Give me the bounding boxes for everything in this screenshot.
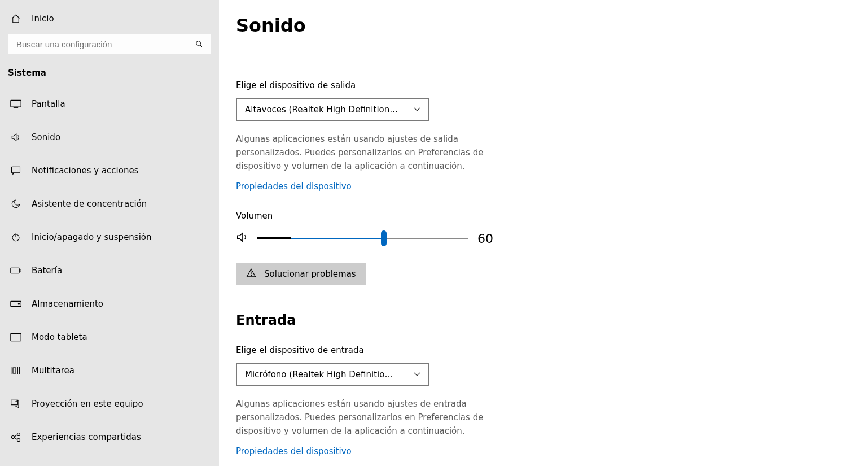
input-section-label: Elige el dispositivo de entrada — [236, 345, 868, 355]
svg-point-24 — [251, 275, 252, 276]
project-icon — [10, 399, 21, 409]
svg-rect-14 — [13, 368, 16, 373]
sidebar-item-multitarea[interactable]: Multitarea — [0, 354, 219, 387]
troubleshoot-button[interactable]: Solucionar problemas — [236, 263, 366, 285]
svg-rect-4 — [12, 167, 20, 173]
svg-line-21 — [15, 434, 17, 436]
chevron-down-icon — [413, 369, 421, 380]
sidebar-item-proyeccion[interactable]: Proyección en este equipo — [0, 387, 219, 420]
sidebar-item-bateria[interactable]: Batería — [0, 254, 219, 287]
volume-row: 60 — [236, 231, 868, 246]
sidebar-item-label: Almacenamiento — [32, 299, 103, 309]
sound-icon — [10, 132, 21, 142]
volume-slider[interactable] — [257, 232, 468, 245]
sidebar-item-sonido[interactable]: Sonido — [0, 120, 219, 154]
troubleshoot-label: Solucionar problemas — [264, 269, 356, 279]
home-icon — [10, 14, 21, 24]
sidebar-item-experiencias[interactable]: Experiencias compartidas — [0, 420, 219, 454]
svg-point-20 — [17, 438, 20, 441]
output-section-label: Elige el dispositivo de salida — [236, 80, 868, 90]
sidebar-item-label: Batería — [32, 265, 62, 276]
slider-thumb[interactable] — [381, 230, 387, 246]
volume-value: 60 — [477, 232, 493, 246]
input-heading: Entrada — [236, 312, 868, 328]
sidebar-item-label: Inicio/apagado y suspensión — [32, 232, 152, 242]
svg-point-0 — [196, 41, 201, 46]
main-content: Sonido Elige el dispositivo de salida Al… — [219, 0, 868, 466]
svg-line-1 — [200, 45, 203, 47]
input-device-dropdown[interactable]: Micrófono (Realtek High Definitio… — [236, 363, 429, 386]
tablet-icon — [10, 333, 21, 342]
multitask-icon — [10, 365, 21, 376]
sidebar-item-label: Modo tableta — [32, 332, 87, 342]
output-description: Algunas aplicaciones están usando ajuste… — [236, 132, 501, 173]
search-container — [0, 29, 219, 61]
notifications-icon — [10, 166, 21, 176]
sidebar-item-label: Multitarea — [32, 365, 74, 376]
sidebar-item-label: Experiencias compartidas — [32, 432, 141, 442]
shared-icon — [10, 432, 21, 442]
sidebar-item-pantalla[interactable]: Pantalla — [0, 87, 219, 120]
moon-icon — [10, 199, 21, 209]
page-title: Sonido — [236, 15, 868, 36]
search-input[interactable] — [16, 40, 194, 49]
sidebar-item-modo-tableta[interactable]: Modo tableta — [0, 320, 219, 354]
sidebar-item-inicio-apagado[interactable]: Inicio/apagado y suspensión — [0, 220, 219, 254]
sidebar-item-label: Notificaciones y acciones — [32, 166, 138, 176]
display-icon — [10, 99, 21, 108]
sidebar-item-label: Asistente de concentración — [32, 199, 147, 209]
input-description: Algunas aplicaciones están usando ajuste… — [236, 397, 501, 438]
input-device-properties-link[interactable]: Propiedades del dispositivo — [236, 446, 352, 456]
sidebar-item-notificaciones[interactable]: Notificaciones y acciones — [0, 154, 219, 187]
sidebar-item-almacenamiento[interactable]: Almacenamiento — [0, 287, 219, 320]
slider-low — [257, 237, 291, 239]
search-input-wrap[interactable] — [8, 34, 211, 54]
output-device-properties-link[interactable]: Propiedades del dispositivo — [236, 181, 352, 191]
svg-point-18 — [12, 435, 15, 438]
sidebar-nav: Pantalla Sonido Notificaciones y accione… — [0, 87, 219, 454]
storage-icon — [10, 300, 21, 307]
speaker-icon — [236, 231, 248, 246]
svg-rect-2 — [11, 100, 21, 107]
sidebar-item-label: Proyección en este equipo — [32, 399, 143, 409]
warning-icon — [246, 268, 256, 280]
sidebar-item-label: Sonido — [32, 132, 60, 142]
output-device-value: Altavoces (Realtek High Definition… — [245, 104, 398, 115]
battery-icon — [10, 267, 21, 275]
nav-home[interactable]: Inicio — [0, 8, 219, 29]
svg-point-19 — [17, 433, 20, 435]
nav-home-label: Inicio — [32, 14, 54, 24]
svg-rect-8 — [20, 269, 21, 272]
input-device-value: Micrófono (Realtek High Definitio… — [245, 369, 393, 380]
svg-rect-11 — [11, 333, 21, 341]
chevron-down-icon — [413, 104, 421, 115]
sidebar-item-concentracion[interactable]: Asistente de concentración — [0, 187, 219, 220]
svg-line-22 — [15, 437, 17, 439]
svg-point-10 — [18, 303, 19, 304]
sidebar-category: Sistema — [0, 61, 219, 87]
volume-label: Volumen — [236, 211, 868, 221]
power-icon — [10, 232, 21, 242]
svg-rect-7 — [11, 268, 19, 273]
sidebar: Inicio Sistema Pantalla Sonido Notificac… — [0, 0, 219, 466]
sidebar-item-label: Pantalla — [32, 99, 65, 109]
output-device-dropdown[interactable]: Altavoces (Realtek High Definition… — [236, 98, 429, 121]
search-icon — [194, 40, 205, 49]
